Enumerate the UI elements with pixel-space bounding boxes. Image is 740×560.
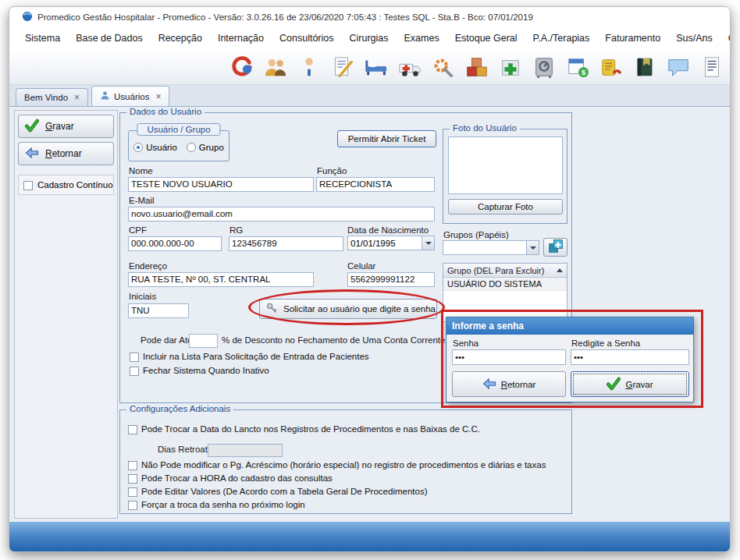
menu-bar: Sistema Base de Dados Recepção Internaçã… bbox=[9, 27, 730, 49]
chevron-down-icon[interactable] bbox=[527, 240, 539, 255]
retornar-label: Retornar bbox=[45, 148, 82, 159]
prescription-icon[interactable] bbox=[331, 55, 354, 79]
close-icon[interactable]: × bbox=[74, 92, 80, 103]
globe-swirl-icon[interactable] bbox=[230, 55, 254, 79]
gravar-label: Gravar bbox=[45, 121, 74, 132]
fechar-sistema-checkbox[interactable]: Fechar Sistema Quando Inativo bbox=[130, 366, 269, 376]
safe-icon[interactable] bbox=[532, 55, 556, 79]
editar-valores-checkbox[interactable]: Pode Editar Valores (De Acordo com a Tab… bbox=[128, 487, 427, 497]
chat-icon[interactable] bbox=[667, 55, 690, 79]
checkbox-box[interactable] bbox=[128, 425, 137, 434]
close-icon[interactable]: × bbox=[155, 91, 161, 102]
patients-icon[interactable] bbox=[264, 55, 287, 79]
list-item[interactable]: USUÁRIO DO SISTEMA bbox=[443, 278, 567, 291]
phone-book-icon[interactable] bbox=[599, 55, 623, 79]
iniciais-label: Iniciais bbox=[129, 292, 156, 301]
menu-pa-terapias[interactable]: P.A./Terapias bbox=[525, 30, 598, 47]
menu-sistema[interactable]: Sistema bbox=[17, 30, 68, 47]
bottom-status-bar bbox=[9, 522, 730, 552]
chevron-down-icon[interactable] bbox=[422, 236, 435, 250]
grupos-papeis-input[interactable] bbox=[443, 240, 527, 255]
incluir-lista-label: Incluir na Lista Para Solicitação de Ent… bbox=[143, 352, 369, 361]
menu-faturamento[interactable]: Faturamento bbox=[597, 30, 668, 47]
report-icon[interactable] bbox=[700, 55, 724, 79]
cpf-input[interactable] bbox=[128, 236, 222, 251]
capturar-foto-button[interactable]: Capturar Foto bbox=[448, 199, 563, 214]
menu-sus-ans[interactable]: Sus/Ans bbox=[668, 30, 720, 47]
billing-calendar-icon[interactable]: $ bbox=[566, 55, 589, 79]
checkbox-box[interactable] bbox=[130, 367, 139, 376]
menu-recepcao[interactable]: Recepção bbox=[151, 30, 210, 47]
user-icon bbox=[100, 90, 110, 102]
nascimento-input[interactable] bbox=[347, 236, 422, 250]
nome-label: Nome bbox=[129, 166, 153, 175]
title-bar: Promedico Gestão Hospitalar - Promedico … bbox=[9, 7, 730, 27]
menu-cirurgias[interactable]: Cirurgias bbox=[342, 30, 397, 47]
rg-input[interactable] bbox=[229, 236, 343, 251]
trocar-data-checkbox[interactable]: Pode Trocar a Data do Lancto nos Registr… bbox=[128, 424, 480, 434]
add-grupo-button[interactable] bbox=[543, 238, 567, 257]
tab-bem-vindo[interactable]: Bem Vindo × bbox=[16, 88, 88, 106]
tab-usuarios[interactable]: Usuários × bbox=[91, 86, 169, 106]
doctor-icon[interactable] bbox=[297, 55, 321, 79]
permitir-abrir-ticket-button[interactable]: Permitir Abrir Ticket bbox=[337, 130, 436, 147]
pharmacy-icon[interactable] bbox=[499, 55, 522, 79]
book-icon[interactable] bbox=[633, 55, 656, 79]
svg-text:$: $ bbox=[582, 69, 586, 76]
radio-grupo[interactable]: Grupo bbox=[187, 143, 224, 152]
menu-estoque-geral[interactable]: Estoque Geral bbox=[447, 30, 525, 47]
radio-dot[interactable] bbox=[133, 143, 143, 152]
dias-retroativos-input[interactable] bbox=[208, 444, 283, 457]
radio-usuario[interactable]: Usuário bbox=[133, 143, 177, 152]
forcar-troca-senha-checkbox[interactable]: Forçar a troca da senha no próximo login bbox=[128, 500, 305, 510]
funcao-input[interactable] bbox=[316, 177, 435, 192]
checkbox-box[interactable] bbox=[128, 487, 137, 497]
app-logo-icon bbox=[22, 11, 33, 23]
redigite-senha-input[interactable] bbox=[571, 349, 689, 365]
grupo-list-header[interactable]: Grupo (DEL Para Excluir) bbox=[443, 264, 567, 278]
cadastro-continuo-checkbox[interactable]: Cadastro Contínuo bbox=[18, 175, 114, 195]
menu-internacao[interactable]: Internação bbox=[210, 30, 272, 47]
senha-input[interactable] bbox=[452, 349, 566, 365]
checkbox-box[interactable] bbox=[23, 181, 33, 190]
menu-base-de-dados[interactable]: Base de Dados bbox=[68, 30, 150, 47]
back-arrow-icon bbox=[482, 377, 496, 392]
dialog-title-bar: Informe a senha bbox=[446, 317, 693, 335]
menu-exames[interactable]: Exames bbox=[397, 30, 447, 47]
ambulance-icon[interactable] bbox=[398, 55, 422, 79]
grupos-papeis-label: Grupos (Papéis) bbox=[443, 230, 509, 239]
retornar-button[interactable]: Retornar bbox=[18, 142, 114, 165]
nao-pode-pg-checkbox[interactable]: Não Pode modificar o Pg. Acréscimo (horá… bbox=[128, 460, 546, 470]
nascimento-combo[interactable] bbox=[347, 236, 435, 250]
trocar-hora-checkbox[interactable]: Pode Trocar a HORA do cadastro das consu… bbox=[128, 473, 333, 484]
stock-boxes-icon[interactable] bbox=[465, 55, 489, 79]
menu-caixa[interactable]: Caixa bbox=[720, 30, 730, 47]
checkbox-box[interactable] bbox=[128, 501, 137, 510]
endereco-input[interactable] bbox=[128, 272, 314, 287]
grupos-papeis-combo[interactable] bbox=[443, 240, 539, 255]
nome-input[interactable] bbox=[128, 177, 314, 192]
radio-dot[interactable] bbox=[187, 143, 196, 152]
checkbox-box[interactable] bbox=[128, 474, 137, 484]
content-area: Gravar Retornar Cadastro Contínuo Dados … bbox=[9, 107, 730, 522]
checkbox-box[interactable] bbox=[130, 353, 139, 362]
bed-icon[interactable] bbox=[365, 55, 388, 79]
radio-grupo-label: Grupo bbox=[199, 143, 224, 152]
checkbox-box[interactable] bbox=[128, 461, 137, 470]
solicitar-senha-button[interactable]: Solicitar ao usuário que digite a senha bbox=[259, 299, 437, 319]
foto-usuario-groupbox: Foto do Usuário Capturar Foto bbox=[443, 129, 567, 224]
email-input[interactable] bbox=[128, 207, 435, 222]
configuracoes-adicionais-title: Configurações Adicionais bbox=[126, 404, 233, 413]
iniciais-input[interactable] bbox=[128, 303, 189, 318]
dialog-retornar-button[interactable]: Retornar bbox=[452, 371, 566, 397]
desconto-input[interactable] bbox=[189, 334, 218, 348]
gravar-button[interactable]: Gravar bbox=[18, 115, 114, 138]
dialog-title: Informe a senha bbox=[452, 321, 524, 331]
menu-consultorios[interactable]: Consultórios bbox=[272, 30, 341, 47]
maintenance-icon[interactable] bbox=[432, 55, 455, 79]
usuario-grupo-groupbox: Usuário / Grupo Usuário Grupo bbox=[128, 130, 229, 161]
dialog-gravar-button[interactable]: Gravar bbox=[571, 371, 689, 397]
celular-input[interactable] bbox=[347, 272, 435, 287]
incluir-lista-checkbox[interactable]: Incluir na Lista Para Solicitação de Ent… bbox=[130, 352, 369, 362]
grupo-list: Grupo (DEL Para Excluir) USUÁRIO DO SIST… bbox=[443, 263, 567, 322]
